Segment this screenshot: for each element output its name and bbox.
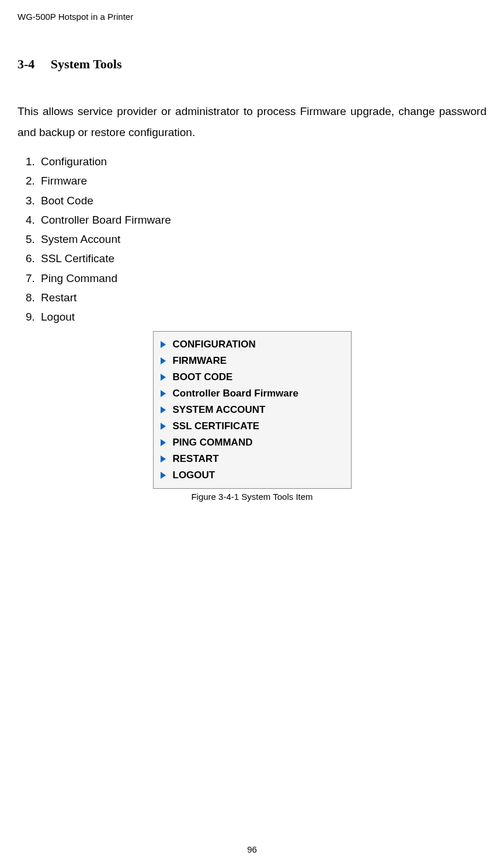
menu-label: BOOT CODE <box>173 371 233 383</box>
arrow-icon <box>161 341 166 348</box>
menu-item-ping-command[interactable]: PING COMMAND <box>158 434 344 451</box>
menu-label: Controller Board Firmware <box>173 388 298 399</box>
menu-item-configuration[interactable]: CONFIGURATION <box>158 336 344 353</box>
figure-caption: Figure 3-4-1 System Tools Item <box>18 492 486 502</box>
menu-label: RESTART <box>173 453 219 465</box>
menu-label: SSL CERTIFICATE <box>173 420 260 432</box>
menu-label: CONFIGURATION <box>173 339 256 350</box>
document-header: WG-500P Hotspot in a Printer <box>18 12 486 22</box>
arrow-icon <box>161 357 166 364</box>
menu-label: LOGOUT <box>173 469 215 481</box>
list-item: Ping Command <box>38 269 486 288</box>
menu-item-ssl-certificate[interactable]: SSL CERTIFICATE <box>158 418 344 434</box>
arrow-icon <box>161 455 166 462</box>
feature-list: Configuration Firmware Boot Code Control… <box>18 152 486 326</box>
figure-container: CONFIGURATION FIRMWARE BOOT CODE Control… <box>18 331 486 502</box>
section-name: System Tools <box>51 57 122 71</box>
list-item: Logout <box>38 307 486 326</box>
menu-item-logout[interactable]: LOGOUT <box>158 467 344 484</box>
arrow-icon <box>161 390 166 397</box>
arrow-icon <box>161 439 166 446</box>
menu-item-controller-board[interactable]: Controller Board Firmware <box>158 385 344 402</box>
list-item: Firmware <box>38 171 486 190</box>
menu-screenshot: CONFIGURATION FIRMWARE BOOT CODE Control… <box>153 331 352 489</box>
menu-label: FIRMWARE <box>173 355 227 367</box>
menu-item-firmware[interactable]: FIRMWARE <box>158 353 344 369</box>
list-item: System Account <box>38 229 486 249</box>
section-description: This allows service provider or administ… <box>18 101 486 143</box>
menu-label: SYSTEM ACCOUNT <box>173 404 266 416</box>
list-item: Restart <box>38 288 486 307</box>
menu-item-restart[interactable]: RESTART <box>158 451 344 467</box>
list-item: Boot Code <box>38 191 486 210</box>
list-item: SSL Certificate <box>38 249 486 268</box>
arrow-icon <box>161 423 166 430</box>
section-title: 3-4 System Tools <box>18 57 486 72</box>
menu-item-system-account[interactable]: SYSTEM ACCOUNT <box>158 402 344 418</box>
menu-item-boot-code[interactable]: BOOT CODE <box>158 369 344 385</box>
page-number: 96 <box>247 844 257 854</box>
menu-label: PING COMMAND <box>173 437 253 448</box>
arrow-icon <box>161 374 166 381</box>
list-item: Controller Board Firmware <box>38 210 486 229</box>
section-number: 3-4 <box>18 57 34 71</box>
list-item: Configuration <box>38 152 486 171</box>
arrow-icon <box>161 406 166 413</box>
arrow-icon <box>161 472 166 479</box>
